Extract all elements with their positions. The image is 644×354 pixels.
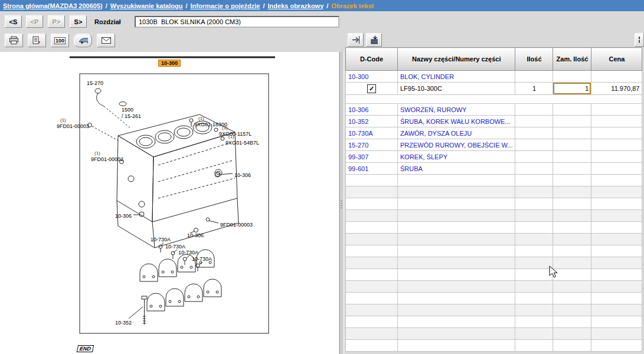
table-row-empty xyxy=(346,234,642,245)
part-qty: 1 xyxy=(515,83,553,95)
add-to-basket-button[interactable] xyxy=(366,33,382,47)
part-name-link[interactable]: SWORZEŃ, RUROWY xyxy=(400,106,466,113)
qty-marker: (1) xyxy=(94,150,100,156)
table-row-part: ✓ LF95-10-300C 1 11.970,87 xyxy=(346,83,642,95)
part-callout[interactable]: / 15-261 xyxy=(122,113,141,119)
print-list-icon xyxy=(32,36,42,45)
dcode-link[interactable]: 99-307 xyxy=(348,153,368,160)
table-row-empty xyxy=(346,198,642,210)
part-price: 11.970,87 xyxy=(591,83,642,95)
breadcrumb-image-index-link[interactable]: Indeks obrazkowy xyxy=(268,2,324,9)
table-row-empty xyxy=(346,222,642,234)
qty-marker: (1) xyxy=(222,125,228,130)
part-callout[interactable]: 10-730A xyxy=(192,256,212,262)
part-name-link[interactable]: KOREK, ŚLEPY xyxy=(400,153,447,160)
parts-table-header: D-Code Nazwy części/Numery części Ilość … xyxy=(346,48,642,71)
part-callout[interactable]: 15-270 xyxy=(87,80,103,86)
splitter-grip-icon xyxy=(341,201,342,210)
table-row-empty xyxy=(346,245,642,257)
table-row-empty xyxy=(346,257,642,269)
part-name-link[interactable]: BLOK, CYLINDER xyxy=(400,73,454,80)
column-header-qty: Ilość xyxy=(515,48,553,71)
part-callout[interactable]: 9FD01-00003 xyxy=(57,123,89,129)
dcode-link[interactable]: 10-300 xyxy=(348,73,368,80)
next-section-button[interactable]: S> xyxy=(70,15,87,28)
table-row-spacer xyxy=(346,95,642,104)
table-row-group: 10-730A ZAWÓR, DYSZA OLEJU xyxy=(346,127,642,139)
breadcrumb-home-link[interactable]: Strona główna(MAZDA3 200605) xyxy=(3,2,103,9)
order-qty-input[interactable] xyxy=(554,83,590,94)
table-row-group: 10-306 SWORZEŃ, RUROWY xyxy=(346,104,642,116)
part-callout[interactable]: 10-306 xyxy=(187,232,204,238)
dcode-link[interactable]: 10-306 xyxy=(348,106,368,113)
table-row-empty xyxy=(346,269,642,281)
part-name-link[interactable]: ZAWÓR, DYSZA OLEJU xyxy=(400,130,472,137)
transfer-selection-button[interactable] xyxy=(348,33,364,47)
column-header-name: Nazwy części/Numery części xyxy=(398,48,515,71)
grid-icon xyxy=(639,37,640,43)
qty-marker: (1) xyxy=(60,117,66,123)
dcode-link[interactable]: 15-270 xyxy=(348,142,368,149)
part-callout[interactable]: 10-730A xyxy=(165,244,185,250)
panel-options-button[interactable] xyxy=(635,33,644,47)
breadcrumb-vehicle-info-link[interactable]: Informacje o pojeździe xyxy=(191,2,260,9)
zoom-100-icon: 100 xyxy=(54,37,66,44)
chapter-field[interactable] xyxy=(135,16,339,28)
basket-download-icon xyxy=(370,35,378,44)
table-row-group: 10-300 BLOK, CYLINDER xyxy=(346,71,642,83)
part-callout[interactable]: 10-730A xyxy=(151,237,171,242)
breadcrumb-separator: / xyxy=(263,2,264,9)
table-row-empty xyxy=(346,186,642,198)
table-row-empty xyxy=(346,328,642,340)
mail-button[interactable] xyxy=(97,34,115,47)
part-callout[interactable]: 1500 xyxy=(122,107,133,113)
print-button[interactable] xyxy=(5,34,23,47)
table-row-group: 15-270 PRZEWÓD RUROWY, OBEJŚCIE W... xyxy=(346,139,642,151)
part-callout[interactable]: 10-352 xyxy=(115,320,132,326)
breadcrumb-separator: / xyxy=(185,2,187,9)
panel-splitter[interactable] xyxy=(339,52,344,354)
breadcrumb: Strona główna(MAZDA3 200605) / Wyszukiwa… xyxy=(0,0,644,11)
table-row-empty xyxy=(346,340,642,352)
part-name-link[interactable]: ŚRUBA, KOREK WAŁU KORBOWE... xyxy=(400,118,511,125)
part-number: LF95-10-300C xyxy=(398,83,515,95)
part-callout[interactable]: 9FD01-00003 xyxy=(220,222,253,228)
car-icon xyxy=(78,37,88,44)
part-callout[interactable]: 10-306 xyxy=(115,213,132,219)
print-icon xyxy=(9,36,19,45)
table-row-empty xyxy=(346,293,642,304)
table-row-empty xyxy=(346,316,642,328)
column-header-price: Cena xyxy=(591,48,642,71)
table-row-empty xyxy=(346,210,642,222)
breadcrumb-separator: / xyxy=(106,2,107,9)
vehicle-info-button[interactable] xyxy=(74,34,92,47)
part-name-link[interactable]: ŚRUBA xyxy=(400,165,423,172)
part-callout[interactable]: 9XG00-1157L xyxy=(219,131,251,137)
dcode-link[interactable]: 99-601 xyxy=(348,165,368,172)
table-row-group: 10-352 ŚRUBA, KOREK WAŁU KORBOWE... xyxy=(346,116,642,127)
part-select-checkbox[interactable]: ✓ xyxy=(367,84,376,93)
next-page-button[interactable]: P> xyxy=(48,15,65,28)
part-callout[interactable]: 9FD01-00002 xyxy=(91,156,123,162)
part-callout-selected[interactable]: 10-300 xyxy=(158,60,181,67)
prev-section-button[interactable]: <S xyxy=(5,15,22,28)
part-callout[interactable]: 10-730A xyxy=(178,250,198,255)
print-list-button[interactable] xyxy=(28,34,46,47)
dcode-link[interactable]: 10-730A xyxy=(348,130,373,137)
end-of-figure-marker: END xyxy=(77,345,94,352)
part-name-link[interactable]: PRZEWÓD RUROWY, OBEJŚCIE W... xyxy=(400,142,512,149)
table-row-empty xyxy=(346,304,642,316)
chapter-label: Rozdział xyxy=(94,18,121,25)
dcode-link[interactable]: 10-352 xyxy=(348,118,368,125)
table-row-group: 99-307 KOREK, ŚLEPY xyxy=(346,151,642,163)
engine-block-drawing xyxy=(0,52,339,354)
breadcrumb-catalog-search-link[interactable]: Wyszukiwanie katalogu xyxy=(110,2,183,9)
column-header-dcode: D-Code xyxy=(346,48,398,71)
table-row-empty xyxy=(346,281,642,293)
part-callout[interactable]: 10-306 xyxy=(234,172,251,178)
part-callout[interactable]: 9XG01-54B7L xyxy=(225,140,259,146)
app-window: Strona główna(MAZDA3 200605) / Wyszukiwa… xyxy=(0,0,644,354)
parts-table-body: 10-300 BLOK, CYLINDER ✓ LF95-10-300C 1 1… xyxy=(346,71,642,352)
prev-page-button[interactable]: <P xyxy=(26,15,43,28)
zoom-100-button[interactable]: 100 xyxy=(51,34,69,47)
